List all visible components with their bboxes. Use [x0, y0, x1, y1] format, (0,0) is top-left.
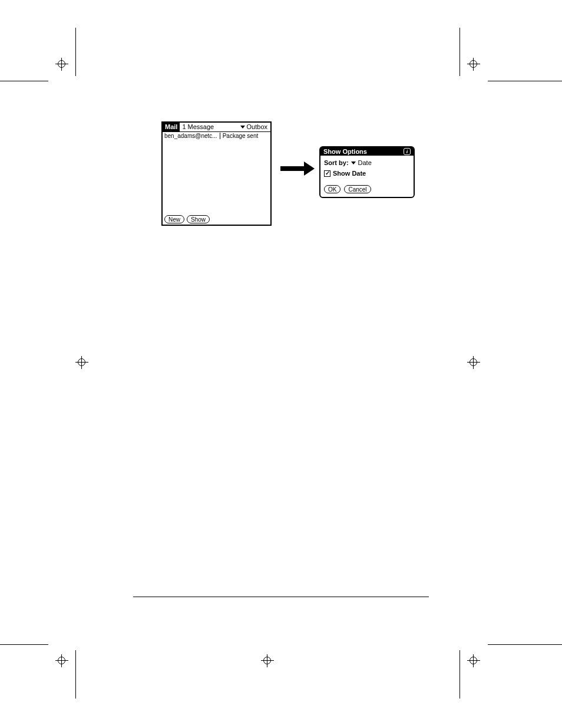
- show-date-label: Show Date: [333, 170, 366, 177]
- chevron-down-icon: [351, 162, 356, 164]
- app-title: Mail: [163, 123, 180, 131]
- crop-line: [488, 644, 562, 645]
- registration-mark: [55, 58, 68, 71]
- registration-mark: [75, 356, 88, 369]
- show-button[interactable]: Show: [187, 215, 210, 223]
- crop-line: [75, 28, 76, 76]
- show-date-checkbox[interactable]: ✓: [324, 170, 330, 177]
- message-list: ben_adams@netc... Package sent: [163, 132, 270, 140]
- message-row[interactable]: ben_adams@netc... Package sent: [164, 133, 269, 139]
- message-subject: Package sent: [223, 133, 259, 139]
- new-button[interactable]: New: [164, 215, 184, 223]
- registration-mark: [467, 356, 480, 369]
- show-options-dialog: Show Options i Sort by: Date ✓ Show Date…: [319, 146, 415, 198]
- registration-mark: [261, 654, 274, 667]
- chevron-down-icon: [240, 126, 245, 129]
- ok-button[interactable]: OK: [324, 185, 340, 193]
- dialog-buttons: OK Cancel: [320, 185, 414, 197]
- sort-by-label: Sort by:: [324, 159, 349, 166]
- folder-label: Outbox: [247, 123, 267, 131]
- dialog-titlebar: Show Options i: [320, 147, 414, 156]
- cancel-button[interactable]: Cancel: [344, 185, 371, 193]
- column-separator: [220, 133, 220, 139]
- dialog-body: Sort by: Date ✓ Show Date: [320, 156, 414, 183]
- mail-footer: New Show: [164, 215, 210, 223]
- mail-header: Mail 1 Message Outbox: [163, 123, 270, 132]
- arrow-icon: [280, 162, 316, 176]
- crop-line: [459, 650, 460, 699]
- mail-window: Mail 1 Message Outbox ben_adams@netc... …: [161, 121, 272, 226]
- message-from: ben_adams@netc...: [164, 133, 217, 139]
- folder-dropdown[interactable]: Outbox: [239, 123, 270, 131]
- crop-line: [75, 650, 76, 699]
- info-icon[interactable]: i: [404, 148, 411, 155]
- page-divider: [133, 597, 429, 597]
- crop-line: [0, 81, 48, 81]
- registration-mark: [467, 58, 480, 71]
- registration-mark: [55, 654, 68, 667]
- sort-by-row: Sort by: Date: [324, 159, 410, 166]
- show-date-row: ✓ Show Date: [324, 170, 410, 177]
- sort-by-value[interactable]: Date: [358, 159, 372, 166]
- message-count: 1 Message: [180, 123, 239, 131]
- crop-line: [459, 28, 460, 76]
- registration-mark: [467, 654, 480, 667]
- crop-line: [488, 81, 562, 81]
- dialog-title: Show Options: [323, 148, 367, 155]
- crop-line: [0, 644, 48, 645]
